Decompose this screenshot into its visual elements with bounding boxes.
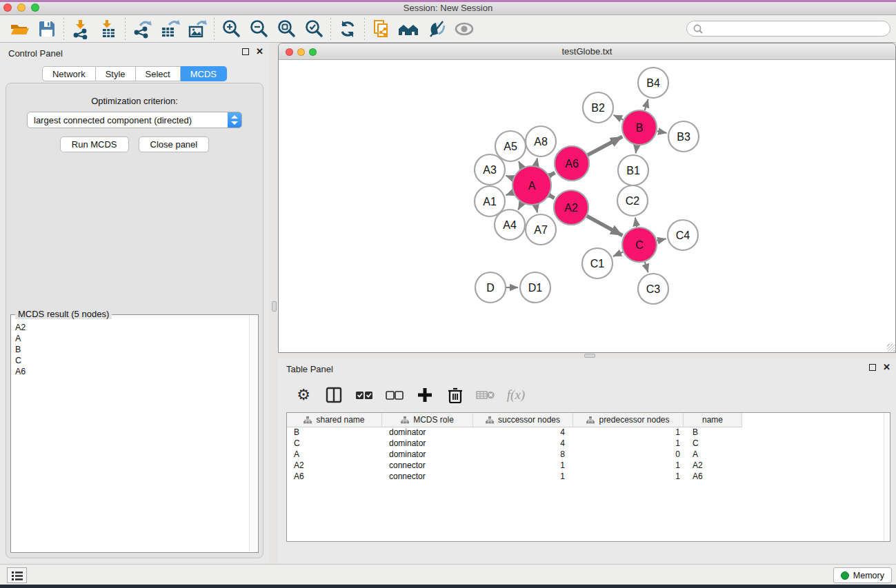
resize-grip-icon[interactable] bbox=[887, 344, 895, 352]
close-panel-icon[interactable]: ✕ bbox=[256, 48, 263, 55]
graph-node-A2[interactable]: A2 bbox=[554, 190, 588, 225]
tab-select[interactable]: Select bbox=[136, 66, 181, 81]
graph-edge-A-A5[interactable] bbox=[519, 161, 522, 168]
close-table-panel-icon[interactable]: ✕ bbox=[883, 364, 890, 371]
memory-button[interactable]: Memory bbox=[833, 567, 892, 583]
graph-node-C1[interactable]: C1 bbox=[582, 248, 613, 278]
task-history-button[interactable] bbox=[7, 567, 27, 583]
graph-node-A7[interactable]: A7 bbox=[526, 214, 556, 245]
graph-edge-A-A2[interactable] bbox=[549, 195, 554, 198]
open-session-button[interactable] bbox=[6, 17, 33, 41]
graph-node-C3[interactable]: C3 bbox=[638, 274, 668, 304]
graph-node-A4[interactable]: A4 bbox=[495, 210, 525, 240]
tab-style[interactable]: Style bbox=[96, 66, 136, 81]
delete-row-button[interactable] bbox=[445, 385, 466, 405]
graph-node-D1[interactable]: D1 bbox=[520, 272, 550, 303]
column-header-successor-nodes[interactable]: successor nodes bbox=[473, 413, 573, 427]
add-row-button[interactable] bbox=[415, 385, 435, 405]
table-row[interactable]: A6connector11A6 bbox=[287, 472, 890, 483]
table-row[interactable]: A2connector11A2 bbox=[287, 460, 890, 472]
network-canvas[interactable]: B4B2BB3A8A5A6A3B1AC2A1A2A4A7C4CC1C3DD1 bbox=[279, 61, 895, 352]
graphics-details-button[interactable] bbox=[450, 17, 478, 41]
result-list-scrollbar[interactable] bbox=[249, 316, 257, 551]
float-table-panel-icon[interactable] bbox=[869, 364, 876, 371]
export-network-button[interactable] bbox=[128, 17, 156, 41]
apply-layout-button[interactable] bbox=[334, 17, 361, 41]
float-panel-icon[interactable] bbox=[242, 48, 249, 55]
graph-edge-A2-C[interactable] bbox=[587, 216, 623, 235]
graph-edge-C-C2[interactable] bbox=[635, 218, 637, 227]
run-mcds-button[interactable]: Run MCDS bbox=[60, 136, 129, 152]
horizontal-splitter-handle[interactable] bbox=[584, 354, 595, 358]
show-columns-button[interactable] bbox=[323, 385, 344, 405]
close-panel-button[interactable]: Close panel bbox=[139, 136, 210, 152]
zoom-fit-button[interactable] bbox=[272, 17, 300, 41]
table-row[interactable]: Bdominator41B bbox=[287, 427, 890, 438]
graph-edge-B-B3[interactable] bbox=[657, 131, 666, 133]
column-settings-button[interactable]: ⚙ bbox=[293, 385, 314, 405]
export-table-button[interactable] bbox=[156, 17, 183, 41]
save-session-button[interactable] bbox=[33, 17, 61, 41]
column-header-MCDS-role[interactable]: MCDS role bbox=[382, 413, 473, 427]
graph-node-D[interactable]: D bbox=[475, 272, 506, 303]
result-item[interactable]: C bbox=[15, 355, 248, 366]
graph-edge-A-A3[interactable] bbox=[506, 176, 512, 179]
table-row[interactable]: Cdominator41C bbox=[287, 438, 890, 449]
graph-node-A3[interactable]: A3 bbox=[475, 154, 505, 185]
horizontal-splitter[interactable] bbox=[278, 353, 896, 358]
delete-column-button[interactable] bbox=[475, 385, 496, 405]
graph-edge-A-A6[interactable] bbox=[549, 173, 555, 176]
graph-node-C2[interactable]: C2 bbox=[617, 185, 648, 216]
zoom-out-button[interactable] bbox=[245, 17, 272, 41]
graph-node-A6[interactable]: A6 bbox=[555, 146, 589, 181]
graph-node-B1[interactable]: B1 bbox=[618, 155, 648, 185]
graph-edge-A-A7[interactable] bbox=[536, 205, 537, 212]
criterion-dropdown[interactable]: largest connected component (directed) bbox=[27, 112, 242, 128]
select-all-rows-button[interactable] bbox=[354, 385, 375, 405]
search-input[interactable] bbox=[704, 24, 884, 34]
graph-edge-C-C3[interactable] bbox=[645, 262, 648, 272]
graph-edge-A-A4[interactable] bbox=[518, 203, 522, 210]
graph-edge-A-A8[interactable] bbox=[536, 158, 537, 165]
graph-node-A5[interactable]: A5 bbox=[495, 131, 526, 161]
zoom-in-button[interactable] bbox=[217, 17, 245, 41]
result-item[interactable]: A2 bbox=[15, 322, 248, 333]
graph-edge-B-B4[interactable] bbox=[645, 99, 648, 110]
graph-edge-A-A1[interactable] bbox=[506, 192, 512, 195]
graph-node-B2[interactable]: B2 bbox=[583, 92, 613, 123]
graph-node-B4[interactable]: B4 bbox=[638, 68, 668, 98]
graph-edge-C-C4[interactable] bbox=[657, 239, 666, 241]
graph-node-A[interactable]: A bbox=[512, 166, 551, 205]
function-builder-button[interactable]: f(x) bbox=[506, 385, 526, 405]
open-in-cyndex-button[interactable] bbox=[368, 17, 395, 41]
graph-edge-A6-B[interactable] bbox=[588, 136, 622, 155]
result-item[interactable]: A bbox=[15, 333, 248, 344]
node-table[interactable]: shared nameMCDS rolesuccessor nodesprede… bbox=[286, 412, 890, 542]
ndex-home-button[interactable] bbox=[395, 17, 423, 41]
toggle-annotations-button[interactable] bbox=[423, 17, 450, 41]
graph-edge-B-B1[interactable] bbox=[636, 145, 637, 154]
search-field[interactable] bbox=[686, 21, 890, 37]
graph-edge-B-B2[interactable] bbox=[614, 115, 624, 120]
table-row[interactable]: Adominator80A bbox=[287, 449, 890, 460]
graph-edge-C-C1[interactable] bbox=[613, 252, 623, 256]
import-table-button[interactable] bbox=[94, 17, 122, 41]
column-header-name[interactable]: name bbox=[684, 413, 742, 427]
graph-node-C4[interactable]: C4 bbox=[668, 220, 698, 250]
graph-node-B3[interactable]: B3 bbox=[668, 121, 699, 152]
table-scrollbar[interactable] bbox=[884, 413, 890, 541]
tab-network[interactable]: Network bbox=[42, 66, 96, 81]
mcds-result-list[interactable]: A2ABCA6 bbox=[12, 322, 248, 551]
import-network-button[interactable] bbox=[67, 17, 94, 41]
column-header-shared-name[interactable]: shared name bbox=[287, 413, 382, 427]
result-item[interactable]: A6 bbox=[15, 366, 248, 377]
deselect-all-rows-button[interactable] bbox=[384, 385, 405, 405]
graph-node-B[interactable]: B bbox=[622, 110, 657, 145]
network-canvas-svg[interactable]: B4B2BB3A8A5A6A3B1AC2A1A2A4A7C4CC1C3DD1 bbox=[279, 61, 895, 352]
tab-mcds[interactable]: MCDS bbox=[181, 66, 227, 81]
vertical-splitter-handle[interactable] bbox=[272, 301, 277, 312]
column-header-predecessor-nodes[interactable]: predecessor nodes bbox=[573, 413, 684, 427]
zoom-selected-button[interactable] bbox=[300, 17, 328, 41]
graph-node-C[interactable]: C bbox=[622, 227, 657, 262]
graph-node-A8[interactable]: A8 bbox=[526, 126, 556, 156]
